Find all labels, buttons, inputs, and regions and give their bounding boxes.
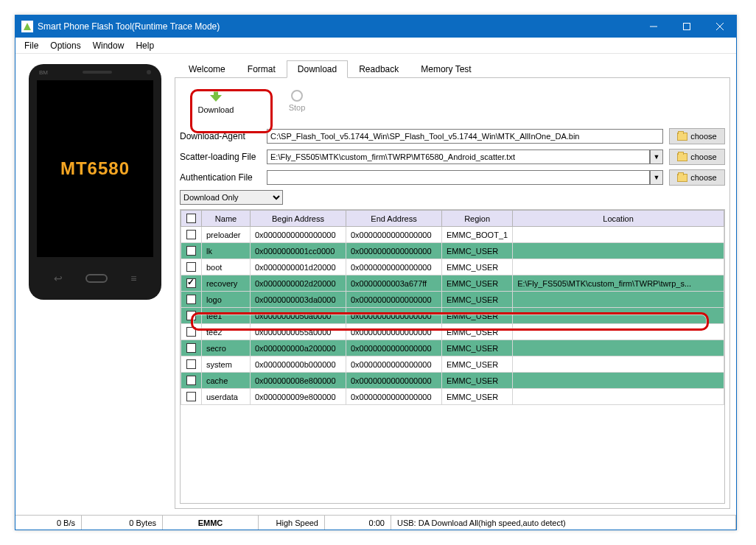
row-checkbox[interactable] <box>186 343 196 353</box>
cell-name: tee2 <box>202 324 251 340</box>
status-speed: High Speed <box>259 516 325 530</box>
choose-scatter-button[interactable]: choose <box>669 149 725 165</box>
row-checkbox[interactable] <box>186 392 196 401</box>
table-row[interactable]: preloader0x00000000000000000x00000000000… <box>181 227 724 243</box>
tab-readback[interactable]: Readback <box>348 60 410 78</box>
auth-dropdown-button[interactable]: ▼ <box>650 170 663 185</box>
toolbar: Download Stop <box>180 82 725 124</box>
cell-name: cache <box>202 373 251 389</box>
row-checkbox[interactable] <box>186 278 196 288</box>
titlebar[interactable]: Smart Phone Flash Tool(Runtime Trace Mod… <box>15 15 736 38</box>
cell-end: 0x0000000000000000 <box>346 227 442 243</box>
svg-marker-0 <box>24 23 31 30</box>
phone-preview-panel: BM MT6580 ↩ ≡ <box>21 60 169 509</box>
cell-location: E:\Fly_FS505\MTK\custom_firm\TWRP\twrp_s… <box>513 275 724 292</box>
menu-file[interactable]: File <box>18 39 44 52</box>
row-checkbox[interactable] <box>186 359 196 369</box>
header-name[interactable]: Name <box>202 211 251 227</box>
auth-file-input[interactable] <box>267 170 650 185</box>
cell-begin: 0x000000008e800000 <box>251 373 346 389</box>
cell-name: system <box>202 356 251 373</box>
da-label: Download-Agent <box>180 131 261 141</box>
stop-label: Stop <box>289 103 306 112</box>
stop-button[interactable]: Stop <box>261 82 333 119</box>
table-row[interactable]: cache0x000000008e8000000x000000000000000… <box>181 373 724 389</box>
tab-content: Download Stop Download-Agent choose Scat… <box>175 78 730 509</box>
cell-location <box>513 292 724 308</box>
cell-location <box>513 227 724 243</box>
cell-region: EMMC_USER <box>442 275 513 292</box>
cell-end: 0x0000000000000000 <box>346 324 442 340</box>
choose-auth-button[interactable]: choose <box>669 169 725 186</box>
cell-end: 0x0000000000000000 <box>346 373 442 389</box>
cell-location <box>513 389 724 405</box>
table-row[interactable]: logo0x0000000003da00000x0000000000000000… <box>181 292 724 308</box>
cell-name: lk <box>202 243 251 259</box>
row-checkbox[interactable] <box>186 295 196 304</box>
check-all-checkbox[interactable] <box>186 214 196 223</box>
scatter-dropdown-button[interactable]: ▼ <box>650 150 663 164</box>
cell-begin: 0x0000000001d20000 <box>251 259 346 275</box>
cell-name: recovery <box>202 275 251 292</box>
row-checkbox[interactable] <box>186 230 196 239</box>
cell-end: 0x0000000000000000 <box>346 259 442 275</box>
row-checkbox[interactable] <box>186 311 196 320</box>
status-time: 0:00 <box>325 516 391 530</box>
app-icon <box>21 21 33 32</box>
menu-window[interactable]: Window <box>87 39 130 52</box>
table-row[interactable]: secro0x000000000a2000000x000000000000000… <box>181 340 724 356</box>
row-checkbox[interactable] <box>186 246 196 256</box>
tab-memory-test[interactable]: Memory Test <box>410 60 482 78</box>
folder-icon <box>677 133 687 141</box>
cell-location <box>513 308 724 324</box>
cell-name: tee1 <box>202 308 251 324</box>
tab-strip: Welcome Format Download Readback Memory … <box>175 60 730 78</box>
menu-options[interactable]: Options <box>44 39 86 52</box>
header-end[interactable]: End Address <box>346 211 442 227</box>
folder-icon <box>677 153 687 161</box>
row-checkbox[interactable] <box>186 327 196 337</box>
cell-location <box>513 259 724 275</box>
tab-download[interactable]: Download <box>287 60 348 78</box>
header-begin[interactable]: Begin Address <box>251 211 346 227</box>
minimize-button[interactable] <box>637 15 670 38</box>
row-checkbox[interactable] <box>186 376 196 385</box>
cell-end: 0x0000000000000000 <box>346 389 442 405</box>
cell-location <box>513 340 724 356</box>
table-row[interactable]: boot0x0000000001d200000x0000000000000000… <box>181 259 724 275</box>
cell-region: EMMC_BOOT_1 <box>442 227 513 243</box>
header-location[interactable]: Location <box>513 211 724 227</box>
cell-location <box>513 373 724 389</box>
table-row[interactable]: system0x000000000b0000000x00000000000000… <box>181 356 724 373</box>
folder-icon <box>677 174 687 182</box>
menubar: File Options Window Help <box>15 38 736 54</box>
tab-format[interactable]: Format <box>237 60 287 78</box>
choose-da-button[interactable]: choose <box>669 128 725 144</box>
table-row[interactable]: lk0x0000000001cc00000x0000000000000000EM… <box>181 243 724 259</box>
scatter-file-input[interactable] <box>267 150 650 164</box>
row-checkbox[interactable] <box>186 262 196 272</box>
cell-region: EMMC_USER <box>442 373 513 389</box>
table-row[interactable]: userdata0x000000009e8000000x000000000000… <box>181 389 724 405</box>
table-row[interactable]: recovery0x0000000002d200000x0000000003a6… <box>181 275 724 292</box>
table-row[interactable]: tee20x0000000055a00000x0000000000000000E… <box>181 324 724 340</box>
cell-end: 0x0000000000000000 <box>346 356 442 373</box>
download-mode-select[interactable]: Download Only <box>180 190 283 205</box>
cell-name: boot <box>202 259 251 275</box>
menu-help[interactable]: Help <box>130 39 160 52</box>
cell-region: EMMC_USER <box>442 389 513 405</box>
status-bytes: 0 Bytes <box>82 516 163 530</box>
cell-location <box>513 243 724 259</box>
table-row[interactable]: tee10x0000000050a00000x0000000000000000E… <box>181 308 724 324</box>
download-button[interactable]: Download <box>180 82 252 119</box>
header-check[interactable] <box>181 211 202 227</box>
download-agent-input[interactable] <box>267 129 663 144</box>
close-button[interactable] <box>703 15 736 38</box>
cell-end: 0x0000000000000000 <box>346 308 442 324</box>
header-region[interactable]: Region <box>442 211 513 227</box>
maximize-button[interactable] <box>670 15 703 38</box>
status-usb: USB: DA Download All(high speed,auto det… <box>391 516 736 530</box>
download-label: Download <box>198 105 234 114</box>
phone-back-icon: ↩ <box>54 272 63 284</box>
tab-welcome[interactable]: Welcome <box>178 60 237 78</box>
